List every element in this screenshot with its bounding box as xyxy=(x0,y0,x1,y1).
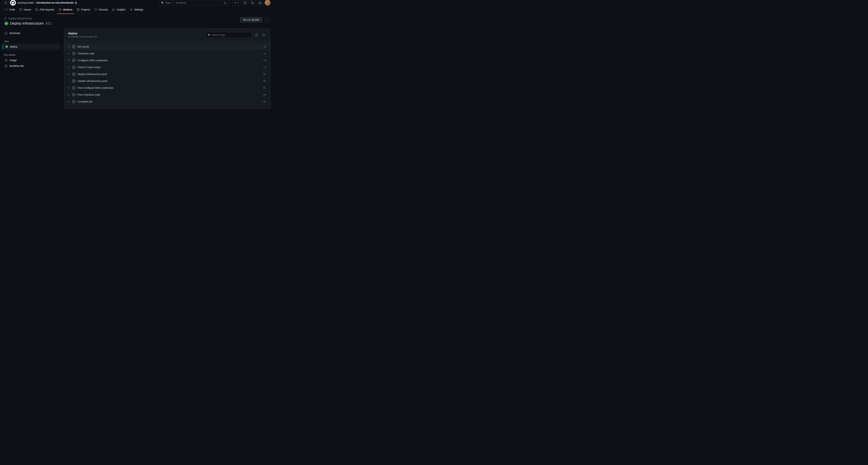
global-search[interactable]: Type / to search xyxy=(159,0,221,5)
step-row[interactable]: Post Checkout code0s xyxy=(64,91,270,98)
hamburger-menu[interactable] xyxy=(3,1,9,5)
tab-actions[interactable]: Actions xyxy=(57,6,74,14)
svg-point-7 xyxy=(36,8,36,9)
issue-icon xyxy=(244,1,246,4)
chevron-right-icon xyxy=(67,53,70,55)
tab-security[interactable]: Security xyxy=(93,6,110,14)
refresh-button[interactable] xyxy=(254,32,259,37)
tab-pulls[interactable]: Pull requests xyxy=(34,6,56,14)
breadcrumb-sep: / xyxy=(34,1,35,4)
step-success-icon xyxy=(72,52,75,55)
step-success-icon xyxy=(72,86,75,90)
svg-point-6 xyxy=(21,9,21,10)
lock-icon xyxy=(75,1,77,4)
step-row[interactable]: Complete job0s xyxy=(64,98,270,105)
run-details-heading: Run details xyxy=(1,52,61,57)
chevron-right-icon xyxy=(67,73,70,75)
jobs-heading: Jobs xyxy=(1,38,61,44)
top-bar: suramya-shah / introduction-to-microfron… xyxy=(0,0,273,5)
step-name: Checkout code xyxy=(78,52,261,55)
svg-point-1 xyxy=(245,2,245,3)
step-name: Set up job xyxy=(78,45,261,48)
svg-point-18 xyxy=(264,34,264,35)
kebab-icon xyxy=(266,19,269,21)
step-row[interactable]: Check if stack exists1s xyxy=(64,64,270,71)
pr-icon xyxy=(251,1,254,4)
step-row[interactable]: Checkout code1s xyxy=(64,50,270,57)
caret-down-icon xyxy=(237,2,239,3)
step-duration: 1s xyxy=(264,66,266,68)
step-row[interactable]: Update infrastructure.yaml0s xyxy=(64,78,270,85)
svg-point-4 xyxy=(253,3,254,4)
create-new-button[interactable] xyxy=(232,0,241,5)
sidebar: Summary Jobs deploy Run details Usage Wo… xyxy=(1,28,61,109)
step-duration: 1s xyxy=(264,52,266,55)
arrow-left-icon xyxy=(4,17,7,20)
chevron-right-icon xyxy=(67,46,70,48)
step-success-icon xyxy=(72,59,75,62)
more-options-button[interactable] xyxy=(265,17,271,23)
log-panel: deploy succeeded 10 hours ago in 5s Set … xyxy=(64,28,271,109)
tab-issues[interactable]: Issues xyxy=(18,6,33,14)
job-name: deploy xyxy=(68,32,204,35)
sidebar-workflow-file[interactable]: Workflow file xyxy=(3,63,60,69)
steps-list: Set up job1sCheckout code1sConfigure AWS… xyxy=(64,41,270,108)
hamburger-icon xyxy=(4,1,7,4)
step-name: Configure AWS credentials xyxy=(78,59,261,62)
success-icon xyxy=(4,22,8,26)
repo-tabs: Code Issues Pull requests Actions Projec… xyxy=(0,5,273,14)
breadcrumb: suramya-shah / introduction-to-microfron… xyxy=(18,1,77,4)
job-status-line: succeeded 10 hours ago in 5s xyxy=(68,35,204,38)
breadcrumb-owner[interactable]: suramya-shah xyxy=(18,1,33,4)
step-success-icon xyxy=(72,45,75,48)
actions-tab-icon xyxy=(59,8,62,11)
svg-point-14 xyxy=(268,20,268,20)
step-duration: 1s xyxy=(264,45,266,48)
sidebar-job-deploy[interactable]: deploy xyxy=(3,44,60,50)
insights-tab-icon xyxy=(112,8,115,11)
svg-point-17 xyxy=(6,66,6,66)
search-key: / xyxy=(172,1,175,4)
tab-settings[interactable]: Settings xyxy=(128,6,145,14)
rerun-all-jobs-button[interactable]: Re-run all jobs xyxy=(240,17,262,23)
user-avatar[interactable] xyxy=(265,0,271,6)
sidebar-usage[interactable]: Usage xyxy=(3,57,60,63)
step-row[interactable]: Deploy infrastructure.yaml0s xyxy=(64,71,270,78)
back-link[interactable]: Deploy Infrastructure xyxy=(4,17,238,20)
tab-insights[interactable]: Insights xyxy=(111,6,127,14)
gear-icon xyxy=(262,33,265,36)
tab-code[interactable]: Code xyxy=(3,6,17,14)
search-prefix: Type xyxy=(165,1,170,4)
step-name: Deploy infrastructure.yaml xyxy=(78,73,261,75)
pulls-tab-icon xyxy=(35,8,38,11)
chevron-right-icon xyxy=(67,101,70,102)
breadcrumb-repo[interactable]: introduction-to-microfrontends xyxy=(36,1,74,4)
tab-projects[interactable]: Projects xyxy=(75,6,92,14)
step-name: Post Configure AWS credentials xyxy=(78,86,261,89)
sync-icon xyxy=(255,33,258,36)
step-success-icon xyxy=(72,100,75,103)
step-name: Post Checkout code xyxy=(78,93,261,96)
projects-tab-icon xyxy=(76,8,80,11)
log-search[interactable] xyxy=(206,32,252,38)
pulls-button[interactable] xyxy=(249,0,256,5)
step-row[interactable]: Post Configure AWS credentials0s xyxy=(64,85,270,91)
step-row[interactable]: Configure AWS credentials1s xyxy=(64,57,270,64)
step-row[interactable]: Set up job1s xyxy=(64,43,270,50)
step-success-icon xyxy=(72,66,75,69)
step-name: Update infrastructure.yaml xyxy=(78,80,261,83)
notifications-button[interactable] xyxy=(257,0,263,5)
command-palette-button[interactable] xyxy=(223,0,229,5)
svg-point-15 xyxy=(268,20,269,20)
step-success-icon xyxy=(72,72,75,76)
sidebar-summary[interactable]: Summary xyxy=(3,30,60,36)
log-search-input[interactable] xyxy=(212,33,250,36)
log-settings-button[interactable] xyxy=(261,32,266,37)
issues-button[interactable] xyxy=(242,0,248,5)
github-logo[interactable] xyxy=(10,0,16,6)
step-name: Check if stack exists xyxy=(78,66,261,69)
svg-point-3 xyxy=(251,3,252,4)
main-content: Summary Jobs deploy Run details Usage Wo… xyxy=(0,28,273,112)
svg-point-13 xyxy=(267,20,267,20)
inbox-icon xyxy=(259,1,261,4)
